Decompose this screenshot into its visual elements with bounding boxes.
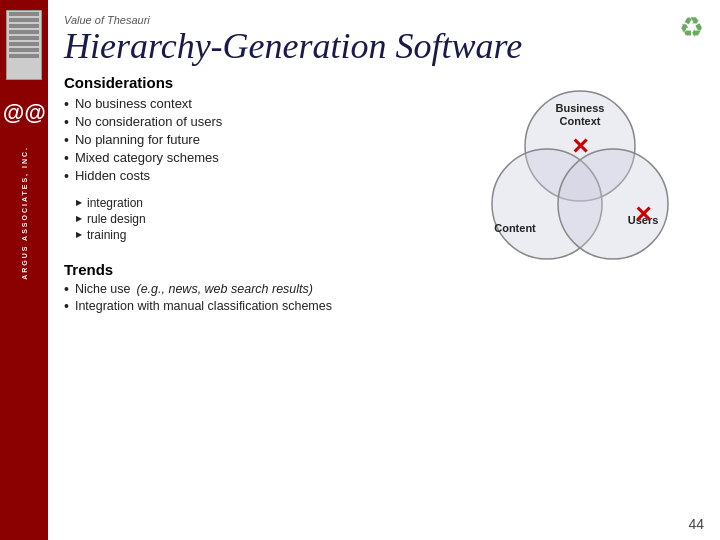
trend-text-prefix: Integration with manual classification s… — [75, 299, 332, 313]
trends-section: Trends Niche use (e.g., news, web search… — [64, 261, 450, 315]
subtitle-label: Value of Thesauri — [64, 14, 700, 26]
considerations-list: No business context No consideration of … — [64, 95, 450, 185]
content-row: Considerations No business context No co… — [64, 74, 700, 530]
left-column: Considerations No business context No co… — [64, 74, 450, 530]
sub-list-item: integration — [76, 195, 450, 211]
trends-list: Niche use (e.g., news, web search result… — [64, 281, 450, 315]
venn-business-label: Business — [556, 102, 605, 114]
sidebar-company-text: ARGUS ASSOCIATES, INC. — [21, 146, 28, 280]
considerations-title: Considerations — [64, 74, 450, 91]
venn-context-label: Context — [560, 115, 601, 127]
sub-list-item: rule design — [76, 211, 450, 227]
sidebar-thumbnail — [6, 10, 42, 80]
trend-item: Niche use (e.g., news, web search result… — [64, 281, 450, 298]
sub-bullets-list: integration rule design training — [76, 195, 450, 243]
recycle-icon: ♻ — [679, 14, 704, 42]
trend-text-italic: (e.g., news, web search results) — [137, 282, 313, 296]
trends-title: Trends — [64, 261, 450, 278]
list-item: No consideration of users — [64, 113, 450, 131]
list-item: Hidden costs — [64, 167, 450, 185]
venn-content-label: Content — [494, 222, 536, 234]
list-item: No business context — [64, 95, 450, 113]
venn-svg: Business Context ✕ Content Users ✕ — [465, 74, 695, 274]
venn-x1: ✕ — [571, 134, 589, 159]
main-title: Hierarchy-Generation Software — [64, 28, 700, 66]
sidebar: @@ ARGUS ASSOCIATES, INC. — [0, 0, 48, 540]
right-column: Business Context ✕ Content Users ✕ — [460, 74, 700, 530]
venn-diagram: Business Context ✕ Content Users ✕ — [465, 74, 695, 274]
sidebar-logo: @@ — [3, 100, 46, 126]
page-number: 44 — [688, 516, 704, 532]
sub-list-item: training — [76, 227, 450, 243]
trend-item: Integration with manual classification s… — [64, 298, 450, 315]
list-item: No planning for future — [64, 131, 450, 149]
list-item: Mixed category schemes — [64, 149, 450, 167]
main-content: ♻ Value of Thesauri Hierarchy-Generation… — [48, 0, 720, 540]
trend-text-prefix: Niche use — [75, 282, 131, 296]
venn-x2: ✕ — [634, 202, 652, 227]
